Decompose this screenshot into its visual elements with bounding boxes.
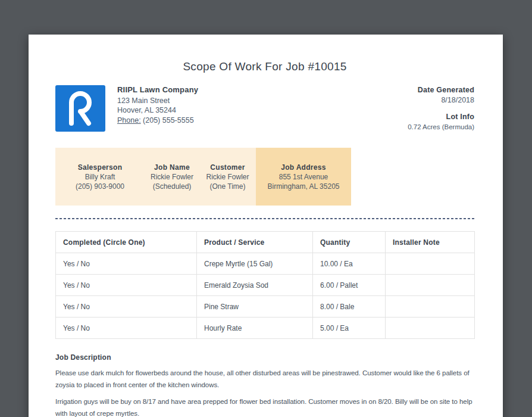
installer-note-cell [386, 318, 475, 339]
riipl-r-icon [55, 85, 105, 132]
product-cell: Crepe Myrtle (15 Gal) [197, 253, 313, 275]
customer-name: Rickie Fowler [199, 172, 256, 182]
job-info-band-light: Salesperson Billy Kraft (205) 903-9000 J… [55, 148, 256, 206]
table-header-row: Completed (Circle One) Product / Service… [56, 232, 475, 253]
installer-note-cell [386, 275, 475, 296]
phone-value: (205) 555-5555 [141, 116, 194, 125]
table-row: Yes / No Pine Straw 8.00 / Bale [56, 296, 475, 318]
page-title: Scope Of Work For Job #10015 [55, 59, 474, 74]
meta-block: Date Generated 8/18/2018 Lot Info 0.72 A… [408, 85, 474, 132]
product-service-header: Product / Service [197, 232, 313, 253]
lot-info-value: 0.72 Acres (Bermuda) [408, 122, 474, 132]
quantity-header: Quantity [313, 232, 386, 253]
job-name-status: (Scheduled) [145, 182, 199, 191]
phone-label: Phone: [117, 116, 141, 125]
date-generated-value: 8/18/2018 [408, 95, 474, 105]
job-address-label: Job Address [256, 163, 351, 172]
completed-cell: Yes / No [56, 253, 197, 275]
salesperson-name: Billy Kraft [55, 172, 145, 182]
company-info-block: RIIPL Lawn Company 123 Main Street Hoove… [117, 85, 198, 125]
job-description-paragraph-2: Irrigation guys will be buy on 8/17 and … [55, 396, 474, 417]
completed-cell: Yes / No [56, 296, 197, 318]
job-name-label: Job Name [145, 163, 199, 172]
installer-note-header: Installer Note [386, 232, 475, 253]
installer-note-cell [386, 253, 475, 275]
job-address-line2: Birmingham, AL 35205 [256, 182, 351, 191]
customer-label: Customer [199, 163, 256, 172]
installer-note-cell [386, 296, 475, 318]
date-generated-label: Date Generated [408, 85, 474, 95]
document-page: Scope Of Work For Job #10015 RIIPL Lawn … [29, 35, 503, 417]
salesperson-label: Salesperson [55, 163, 145, 172]
quantity-cell: 5.00 / Ea [313, 318, 386, 339]
dashed-divider [55, 218, 474, 219]
quantity-cell: 6.00 / Pallet [313, 275, 386, 296]
document-header: RIIPL Lawn Company 123 Main Street Hoove… [55, 85, 474, 132]
job-description-heading: Job Description [55, 353, 474, 362]
company-phone-line: Phone: (205) 555-5555 [117, 116, 198, 126]
completed-cell: Yes / No [56, 318, 197, 339]
completed-header: Completed (Circle One) [56, 232, 197, 253]
job-description-paragraph-1: Please use dark mulch for flowerbeds aro… [55, 368, 474, 391]
job-address-column: Job Address 855 1st Avenue Birmingham, A… [256, 148, 351, 206]
meta-spacer [408, 105, 474, 112]
customer-type: (One Time) [199, 182, 256, 191]
salesperson-column: Salesperson Billy Kraft (205) 903-9000 [55, 163, 145, 191]
quantity-cell: 8.00 / Bale [313, 296, 386, 318]
work-items-table: Completed (Circle One) Product / Service… [55, 231, 475, 339]
customer-column: Customer Rickie Fowler (One Time) [199, 163, 256, 191]
quantity-cell: 10.00 / Ea [313, 253, 386, 275]
company-logo [55, 85, 105, 132]
product-cell: Pine Straw [197, 296, 313, 318]
company-name: RIIPL Lawn Company [117, 85, 198, 95]
company-address-line2: Hoover, AL 35244 [117, 105, 198, 116]
job-name-value: Rickie Fowler [145, 172, 199, 182]
product-cell: Hourly Rate [197, 318, 313, 339]
job-address-line1: 855 1st Avenue [256, 172, 351, 182]
table-row: Yes / No Crepe Myrtle (15 Gal) 10.00 / E… [56, 253, 475, 275]
lot-info-label: Lot Info [408, 112, 474, 122]
company-address-line1: 123 Main Street [117, 96, 198, 106]
table-row: Yes / No Emerald Zoysia Sod 6.00 / Palle… [56, 275, 475, 296]
product-cell: Emerald Zoysia Sod [197, 275, 313, 296]
completed-cell: Yes / No [56, 275, 197, 296]
job-info-band: Salesperson Billy Kraft (205) 903-9000 J… [55, 148, 351, 206]
job-name-column: Job Name Rickie Fowler (Scheduled) [145, 163, 199, 191]
table-row: Yes / No Hourly Rate 5.00 / Ea [56, 318, 475, 339]
salesperson-phone: (205) 903-9000 [55, 182, 145, 191]
